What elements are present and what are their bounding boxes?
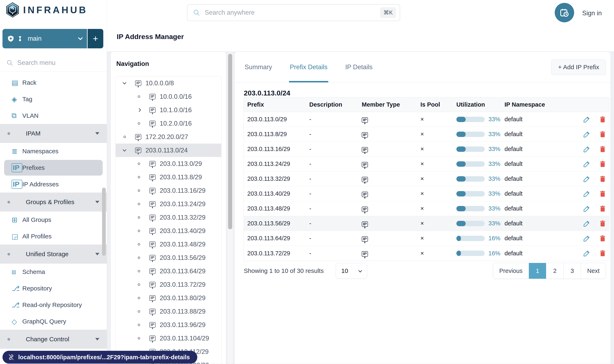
tree-marker[interactable] [137,270,149,272]
delete-button[interactable] [599,190,606,197]
tree-marker[interactable] [137,176,149,178]
tree-marker[interactable] [137,257,149,259]
delete-button[interactable] [599,145,606,153]
sidebar-item[interactable]: IP Prefixes [4,160,103,176]
tree-item[interactable]: IP 203.0.113.0/24 [116,143,221,157]
tree-item[interactable]: IP 203.0.113.0/29 [116,157,221,170]
tree-marker[interactable] [137,216,149,219]
delete-button[interactable] [599,130,606,138]
tree-item[interactable]: IP 203.0.113.88/29 [116,305,221,318]
sign-in-link[interactable]: Sign in [582,0,602,26]
tree-marker[interactable] [123,150,135,151]
tree-marker[interactable] [137,324,149,326]
sidebar-item[interactable]: Unified Storage [0,245,107,264]
delete-button[interactable] [599,249,606,257]
edit-button[interactable] [583,190,590,197]
tree-marker[interactable] [137,284,149,286]
delete-button[interactable] [599,235,606,242]
tab[interactable]: IP Details [344,52,373,82]
sidebar-item[interactable]: IP IP Addresses [0,176,107,193]
tree-item[interactable]: IP 10.0.0.0/16 [116,90,221,103]
menu-search-input[interactable]: Search menu [0,54,107,71]
tree-item[interactable]: IP 203.0.113.24/29 [116,197,221,211]
sidebar-item[interactable]: ≣ Namespaces [0,143,107,159]
tab[interactable]: Summary [244,52,273,82]
tree-item[interactable]: IP 203.0.113.64/29 [116,264,221,278]
tree-marker[interactable] [137,310,149,312]
page-size-select[interactable]: 10 [336,263,367,279]
table-row[interactable]: 203.0.113.48/29 - IP × 33% default [244,201,609,216]
tree-marker[interactable] [137,122,149,125]
edit-button[interactable] [583,145,590,153]
table-row[interactable]: 203.0.113.16/29 - IP × 33% default [244,142,609,156]
table-row[interactable]: 203.0.113.40/29 - IP × 33% default [244,186,609,201]
tree-item[interactable]: IP 203.0.113.16/29 [116,184,221,197]
table-row[interactable]: 203.0.113.0/29 - IP × 33% default [244,112,609,127]
add-ip-prefix-button[interactable]: + Add IP Prefix [551,59,606,75]
edit-button[interactable] [583,205,590,212]
tree-item[interactable]: IP 203.0.113.32/29 [116,211,221,224]
page-button[interactable]: 2 [546,263,564,279]
tree-item[interactable]: IP 10.0.0.0/8 [116,77,221,90]
delete-button[interactable] [599,160,606,168]
tree-marker[interactable] [137,337,149,339]
tree-item[interactable]: IP 203.0.113.8/29 [116,170,221,184]
tree-marker[interactable] [123,82,135,84]
tree-marker[interactable] [123,136,135,138]
table-row[interactable]: 203.0.113.24/29 - IP × 33% default [244,156,609,171]
tree-item[interactable]: IP 203.0.113.40/29 [116,224,221,238]
table-row[interactable]: 203.0.113.56/29 - IP × 33% default [244,216,609,231]
sidebar-item[interactable]: ⧉ VLAN [0,107,107,124]
sidebar-item[interactable]: ⧈ Schema [0,264,107,280]
sidebar-item[interactable]: ◇ GraphQL Query [0,313,107,330]
delete-button[interactable] [599,205,606,212]
sidebar-item[interactable]: ⎇ Repository [0,280,107,297]
tree-marker[interactable] [137,243,149,246]
table-row[interactable]: 203.0.113.72/29 - IP × 16% default [244,246,609,261]
sidebar-item[interactable]: Groups & Profiles [0,193,107,211]
sidebar-item[interactable]: ◈ Tag [0,91,107,107]
edit-button[interactable] [583,235,590,242]
tree-item[interactable]: IP 10.2.0.0/16 [116,117,221,130]
tree-item[interactable]: IP 203.0.113.104/29 [116,332,221,345]
sidebar-scrollbar-thumb[interactable] [102,188,106,256]
edit-button[interactable] [583,249,590,257]
sidebar-item[interactable]: IPAM [0,124,107,143]
global-search-input[interactable]: Search anywhere ⌘K [187,4,400,21]
sidebar-item[interactable]: ⊞ All Groups [0,211,107,228]
page-button[interactable]: 3 [564,263,581,279]
navigation-scrollbar-thumb[interactable] [228,54,232,229]
edit-button[interactable] [583,175,590,183]
tab[interactable]: Prefix Details [289,52,328,82]
tree-marker[interactable] [137,189,149,192]
table-row[interactable]: 203.0.113.8/29 - IP × 33% default [244,127,609,142]
tree-marker[interactable] [137,297,149,299]
table-row[interactable]: 203.0.113.32/29 - IP × 33% default [244,171,609,186]
app-logo[interactable]: INFRAHUB [6,2,88,18]
page-button[interactable]: 1 [529,263,546,279]
tree-marker[interactable] [137,109,149,111]
sidebar-item[interactable]: ⎇ Read-only Repository [0,297,107,313]
delete-button[interactable] [599,116,606,123]
delete-button[interactable] [599,175,606,183]
page-button[interactable]: Previous [493,263,529,279]
tree-marker[interactable] [137,203,149,205]
branch-selector[interactable]: main [2,29,87,48]
tree-item[interactable]: IP 203.0.113.72/29 [116,278,221,291]
time-travel-button[interactable] [555,3,574,22]
tree-item[interactable]: IP 10.1.0.0/16 [116,103,221,117]
add-branch-button[interactable]: + [88,29,103,48]
tree-item[interactable]: IP 203.0.113.48/29 [116,238,221,251]
tree-item[interactable]: IP 203.0.113.80/29 [116,291,221,305]
navigation-scrollbar[interactable] [227,52,233,364]
page-button[interactable]: Next [581,263,606,279]
delete-button[interactable] [599,220,606,227]
edit-button[interactable] [583,130,590,138]
tree-marker[interactable] [137,230,149,232]
edit-button[interactable] [583,160,590,168]
tree-item[interactable]: IP 203.0.113.56/29 [116,251,221,264]
sidebar-item[interactable]: Change Control [0,330,107,349]
edit-button[interactable] [583,116,590,123]
edit-button[interactable] [583,220,590,227]
tree-item[interactable]: IP 172.20.20.0/27 [116,130,221,143]
